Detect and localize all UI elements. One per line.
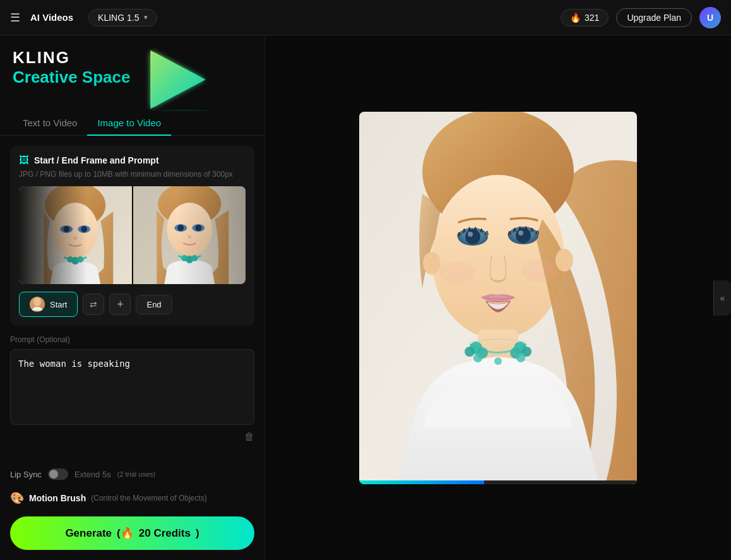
preview-right-svg [133,186,246,284]
end-frame-button[interactable]: End [136,295,172,314]
delete-icon[interactable]: 🗑 [244,431,254,443]
prompt-footer: 🗑 [10,431,254,443]
upgrade-button[interactable]: Upgrade Plan [616,8,692,27]
upload-header: 🖼 Start / End Frame and Prompt [19,155,246,166]
svg-point-39 [516,354,525,362]
generate-credits: 20 Credits [139,527,191,540]
credits-badge[interactable]: 🔥 321 [561,9,609,27]
svg-point-35 [473,354,482,362]
start-frame-thumb [30,297,45,312]
motion-brush-title: Motion Brush [29,493,86,503]
tab-text-to-video[interactable]: Text to Video [13,111,87,136]
prompt-label: Prompt (Optional) [10,335,254,344]
brand-name-creative-space: Creative Space [13,68,252,87]
brand-area: KLING Creative Space [0,35,264,111]
svg-point-33 [465,347,475,357]
options-row: Lip Sync Extend 5s (2 trial uses) [0,463,264,485]
collapse-panel-button[interactable]: « [713,280,731,316]
frame-buttons: Start ⇄ + End [19,292,246,317]
preview-left [19,186,132,284]
main-portrait-svg [359,112,637,484]
svg-point-29 [423,252,441,275]
start-label: Start [50,300,67,309]
svg-point-48 [521,259,557,282]
motion-brush-section: 🎨 Motion Brush (Control the Movement of … [0,485,264,511]
upload-subtitle: JPG / PNG files up to 10MB with minimum … [19,170,246,179]
app-header: ☰ AI Videos KLING 1.5 ▾ 🔥 321 Upgrade Pl… [0,0,731,35]
lip-sync-label: Lip Sync [10,470,42,479]
motion-brush-subtitle: (Control the Movement of Objects) [91,494,206,503]
svg-point-0 [132,109,233,111]
add-end-frame-button[interactable]: + [109,294,131,315]
swap-button[interactable]: ⇄ [83,294,104,315]
svg-rect-24 [133,186,246,284]
generate-label: Generate [65,527,112,540]
app-title: AI Videos [30,12,73,23]
avatar[interactable]: U [699,7,721,28]
prompt-section: Prompt (Optional) The woman is speaking … [10,335,254,443]
svg-point-45 [516,228,531,243]
svg-point-30 [556,249,573,271]
end-label: End [146,300,161,309]
panel-content: 🖼 Start / End Frame and Prompt JPG / PNG… [0,146,264,463]
add-icon: + [117,298,124,311]
svg-point-46 [518,230,523,235]
brand-name-kling: KLING [13,48,252,68]
brand-logo: KLING Creative Space [13,48,252,87]
preview-right [133,186,246,284]
svg-point-40 [494,357,502,365]
generate-paren: ) [196,527,199,540]
video-timeline [359,480,637,484]
model-name: KLING 1.5 [98,13,139,23]
lip-sync-toggle[interactable] [48,468,68,480]
tab-image-to-video[interactable]: Image to Video [87,111,171,136]
svg-point-25 [33,297,41,306]
right-panel: « [265,35,731,560]
model-selector[interactable]: KLING 1.5 ▾ [88,9,157,27]
header-right: 🔥 321 Upgrade Plan U [561,7,721,28]
video-preview-container [359,112,637,484]
generate-button[interactable]: Generate (🔥 20 Credits ) [10,516,254,550]
collapse-icon: « [720,293,725,303]
upload-title: Start / End Frame and Prompt [34,155,159,165]
trial-badge: (2 trial uses) [117,470,156,478]
image-preview-area[interactable] [19,186,246,284]
generate-fire-icon: (🔥 [117,527,134,540]
woman-preview-left [19,186,132,284]
upload-icon: 🖼 [19,155,29,166]
motion-brush-icon: 🎨 [10,491,24,505]
menu-icon[interactable]: ☰ [10,11,20,25]
swap-icon: ⇄ [90,299,97,309]
left-panel: KLING Creative Space [0,35,265,560]
svg-point-43 [468,232,473,237]
prompt-optional: (Optional) [37,335,70,344]
chevron-down-icon: ▾ [144,13,148,21]
svg-rect-13 [19,186,132,284]
start-frame-button[interactable]: Start [19,292,78,317]
nav-tabs: Text to Video Image to Video [0,111,264,136]
timeline-progress [359,480,484,484]
extend-label: Extend 5s [74,470,111,479]
fire-icon: 🔥 [570,13,581,23]
preview-portrait-svg [19,186,132,284]
main-layout: KLING Creative Space [0,35,731,560]
prompt-textarea[interactable]: The woman is speaking [10,349,254,425]
svg-point-42 [465,229,480,244]
svg-point-47 [439,261,475,284]
upload-section: 🖼 Start / End Frame and Prompt JPG / PNG… [10,146,254,326]
credits-count: 321 [585,13,599,23]
